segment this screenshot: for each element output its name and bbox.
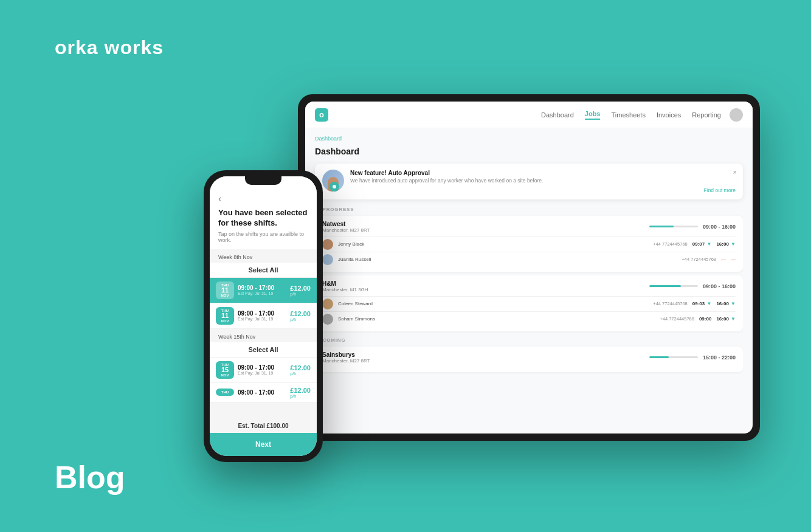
avatar[interactable] bbox=[730, 108, 743, 122]
shift-pay: £12.00 bbox=[290, 364, 311, 371]
nav-timesheets[interactable]: Timesheets bbox=[611, 111, 645, 119]
find-out-more-link[interactable]: Find out more bbox=[350, 187, 736, 193]
job-meta: 09:00 - 16:00 bbox=[649, 224, 736, 230]
worker-name: Coleen Steward bbox=[338, 301, 648, 306]
worker-avatar bbox=[322, 254, 333, 265]
worker-phone: +44 7724445768 bbox=[682, 257, 716, 262]
shift-month: NOV bbox=[219, 373, 231, 377]
nav-invoices[interactable]: Invoices bbox=[657, 111, 681, 119]
tablet: o Dashboard Jobs Timesheets Invoices Rep… bbox=[298, 94, 760, 441]
shift-time: 09:00 - 17:00 bbox=[238, 310, 286, 317]
job-info: H&M Manchester, M1 3GH bbox=[322, 280, 368, 292]
worker-row: Jenny Black +44 7724445768 09:07 ▼ 16:00… bbox=[322, 237, 736, 252]
job-time: 09:00 - 16:00 bbox=[703, 224, 736, 230]
shift-num: 11 bbox=[219, 313, 231, 319]
worker-time-in: 09:00 bbox=[699, 316, 711, 322]
page-title: Dashboard bbox=[315, 147, 743, 156]
job-meta: 15:00 - 22:00 bbox=[649, 354, 736, 361]
pin-in-icon: ▼ bbox=[706, 301, 711, 306]
worker-row: Juanita Russell +44 7724445768 — — bbox=[322, 252, 736, 267]
logo: orka works bbox=[55, 36, 164, 59]
shift-date-badge: THU bbox=[216, 389, 234, 396]
logo-part1: orka bbox=[55, 36, 98, 58]
worker-time-out: — bbox=[731, 257, 736, 262]
job-name: Sainsburys bbox=[322, 351, 370, 358]
worker-name: Juanita Russell bbox=[338, 257, 677, 262]
job-time: 09:00 - 16:00 bbox=[703, 283, 736, 289]
shift-pay-block: £12.00 p/h bbox=[290, 364, 311, 376]
worker-name: Jenny Black bbox=[338, 241, 648, 247]
worker-time-in: 09:03 ▼ bbox=[692, 301, 712, 306]
worker-avatar bbox=[322, 239, 333, 250]
shift-pay-block: £12.00 p/h bbox=[290, 285, 311, 296]
phone: ‹ You have been selected for these shift… bbox=[204, 170, 323, 462]
next-button[interactable]: Next bbox=[210, 433, 317, 456]
job-meta: 09:00 - 16:00 bbox=[649, 283, 736, 289]
phone-screen: ‹ You have been selected for these shift… bbox=[210, 176, 317, 456]
shift-pay-sub: p/h bbox=[290, 371, 311, 376]
est-total: Est. Total £100.00 bbox=[210, 419, 317, 433]
phone-header: ‹ You have been selected for these shift… bbox=[210, 176, 317, 249]
close-icon[interactable]: × bbox=[733, 168, 737, 176]
shift-time: 09:00 - 17:00 bbox=[238, 364, 286, 371]
upcoming-label: UPCOMING bbox=[315, 337, 743, 343]
worker-phone: +44 7724445768 bbox=[653, 301, 688, 306]
shift-pay-sub: p/h bbox=[290, 292, 311, 296]
week2-select-all[interactable]: Select All bbox=[210, 342, 317, 358]
shift-card[interactable]: THU 09:00 - 17:00 £12.00 p/h bbox=[210, 383, 317, 402]
shift-pay-sub: p/h bbox=[290, 317, 311, 322]
shift-info: 09:00 - 17:00 Est Pay: Jul 31, 19 bbox=[238, 310, 286, 321]
progress-fill bbox=[649, 356, 669, 358]
pin-in-icon: ▼ bbox=[706, 241, 711, 247]
job-name: Natwest bbox=[322, 221, 370, 227]
nav-dashboard[interactable]: Dashboard bbox=[541, 111, 574, 119]
job-card-sainsburys: Sainsburys Manchester, M27 8RT 15:00 - 2… bbox=[315, 347, 743, 372]
job-time: 15:00 - 22:00 bbox=[703, 354, 736, 361]
job-location: Manchester, M27 8RT bbox=[322, 227, 370, 233]
shift-pay-label: Est Pay: Jul 31, 19 bbox=[238, 291, 286, 295]
progress-fill bbox=[649, 226, 674, 227]
week1-select-all[interactable]: Select All bbox=[210, 263, 317, 278]
notif-desc: We have introduced auto approval for any… bbox=[350, 178, 736, 185]
worker-time-out: 16:00 ▼ bbox=[716, 301, 736, 306]
worker-phone: +44 7724445768 bbox=[653, 241, 688, 247]
shift-pay: £12.00 bbox=[290, 310, 311, 317]
shift-month: NOV bbox=[219, 319, 231, 323]
tablet-nav-links: Dashboard Jobs Timesheets Invoices Repor… bbox=[541, 110, 721, 120]
worker-time-out: 16:00 ▼ bbox=[716, 241, 736, 247]
nav-jobs[interactable]: Jobs bbox=[585, 110, 601, 120]
shift-pay-label: Est Pay: Jul 31, 19 bbox=[238, 317, 286, 321]
worker-time-in: — bbox=[721, 257, 726, 262]
shift-num: 11 bbox=[219, 287, 231, 294]
job-header-sainsburys: Sainsburys Manchester, M27 8RT 15:00 - 2… bbox=[322, 351, 736, 364]
notif-title: New feature! Auto Approval bbox=[350, 170, 736, 176]
shift-pay-label: Est Pay: Jul 31, 19 bbox=[238, 371, 286, 375]
shift-pay: £12.00 bbox=[290, 387, 311, 394]
tablet-nav: o Dashboard Jobs Timesheets Invoices Rep… bbox=[305, 102, 753, 128]
shift-date-badge: THU 11 NOV bbox=[216, 282, 234, 299]
back-icon[interactable]: ‹ bbox=[218, 193, 308, 204]
in-progress-label: IN PROGRESS bbox=[315, 207, 743, 212]
shift-time: 09:00 - 17:00 bbox=[238, 389, 286, 396]
worker-avatar bbox=[322, 299, 333, 309]
shift-info: 09:00 - 17:00 Est Pay: Jul 31, 19 bbox=[238, 285, 286, 295]
shift-date-badge: THU 11 NOV bbox=[216, 307, 234, 325]
shift-card[interactable]: THU 15 NOV 09:00 - 17:00 Est Pay: Jul 31… bbox=[210, 358, 317, 383]
shift-pay: £12.00 bbox=[290, 285, 311, 292]
shift-info: 09:00 - 17:00 bbox=[238, 389, 286, 396]
shift-card[interactable]: THU 11 NOV 09:00 - 17:00 Est Pay: Jul 31… bbox=[210, 278, 317, 303]
progress-bar bbox=[649, 285, 698, 287]
progress-bar bbox=[649, 226, 698, 227]
worker-name: Soham Simmons bbox=[338, 316, 655, 322]
pin-out-icon: ▼ bbox=[731, 301, 736, 306]
notification-banner: New feature! Auto Approval We have intro… bbox=[315, 164, 743, 199]
shift-month: NOV bbox=[219, 294, 231, 297]
dash-icon: — bbox=[721, 257, 726, 262]
shift-pay-sub: p/h bbox=[290, 394, 311, 398]
nav-reporting[interactable]: Reporting bbox=[692, 111, 721, 119]
worker-time-in: 09:07 ▼ bbox=[692, 241, 712, 247]
shift-card[interactable]: THU 11 NOV 09:00 - 17:00 Est Pay: Jul 31… bbox=[210, 303, 317, 329]
job-info: Natwest Manchester, M27 8RT bbox=[322, 221, 370, 233]
notif-text: New feature! Auto Approval We have intro… bbox=[350, 170, 736, 193]
worker-row: Soham Simmons +44 7724445768 09:00 16:00… bbox=[322, 311, 736, 326]
